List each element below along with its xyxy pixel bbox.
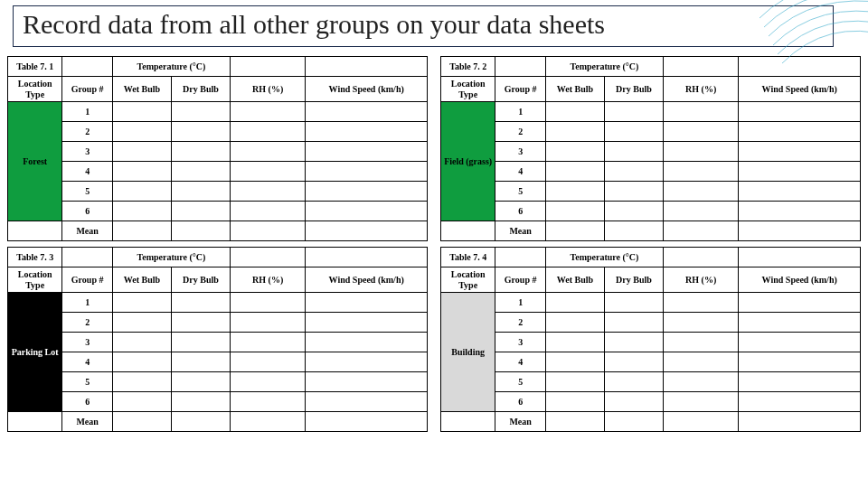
data-cell: [112, 122, 171, 142]
blank-cell: [441, 221, 495, 241]
temp-header: Temperature (°C): [112, 248, 230, 267]
data-cell: [230, 122, 306, 142]
table-label: Table 7. 1: [8, 57, 62, 77]
col-dry: Dry Bulb: [604, 267, 663, 293]
group-cell: 4: [62, 162, 113, 182]
blank-header: [663, 248, 739, 267]
data-cell: [112, 352, 171, 372]
data-cell: [739, 182, 861, 202]
data-cell: [112, 221, 171, 241]
blank-cell: [441, 412, 495, 432]
temp-header: Temperature (°C): [112, 57, 230, 77]
col-group: Group #: [62, 267, 113, 293]
col-wet: Wet Bulb: [112, 267, 171, 293]
data-cell: [171, 333, 230, 352]
data-cell: [739, 392, 861, 412]
data-cell: [171, 162, 230, 182]
data-cell: [112, 412, 171, 432]
mean-label: Mean: [62, 412, 113, 432]
group-cell: 2: [62, 122, 113, 142]
data-cell: [663, 372, 739, 392]
data-cell: [171, 182, 230, 202]
data-cell: [230, 313, 306, 333]
location-cell: Forest: [8, 102, 62, 221]
group-cell: 3: [62, 142, 113, 162]
data-cell: [171, 392, 230, 412]
data-cell: [604, 221, 663, 241]
data-cell: [545, 102, 604, 122]
blank-header: [62, 57, 113, 77]
data-cell: [306, 313, 428, 333]
col-wind: Wind Speed (km/h): [739, 77, 861, 102]
group-cell: 5: [62, 372, 113, 392]
col-wind: Wind Speed (km/h): [306, 267, 428, 293]
group-cell: 4: [495, 162, 546, 182]
data-cell: [306, 142, 428, 162]
group-cell: 6: [62, 202, 113, 221]
data-cell: [604, 142, 663, 162]
data-cell: [171, 221, 230, 241]
blank-header: [495, 248, 546, 267]
data-cell: [171, 202, 230, 221]
data-cell: [604, 293, 663, 313]
group-cell: 1: [62, 102, 113, 122]
col-location: Location Type: [8, 77, 62, 102]
group-cell: 4: [495, 352, 546, 372]
group-cell: 1: [62, 293, 113, 313]
group-cell: 5: [62, 182, 113, 202]
data-cell: [112, 392, 171, 412]
data-cell: [739, 412, 861, 432]
data-cell: [545, 352, 604, 372]
data-cell: [663, 352, 739, 372]
data-cell: [739, 333, 861, 352]
data-cell: [739, 372, 861, 392]
location-cell: Parking Lot: [8, 293, 62, 412]
data-cell: [604, 202, 663, 221]
data-cell: [604, 392, 663, 412]
data-cell: [171, 142, 230, 162]
data-cell: [306, 352, 428, 372]
data-cell: [663, 122, 739, 142]
data-cell: [230, 372, 306, 392]
data-cell: [306, 392, 428, 412]
group-cell: 3: [62, 333, 113, 352]
data-cell: [739, 162, 861, 182]
data-cell: [545, 412, 604, 432]
data-cell: [230, 182, 306, 202]
table-7-2: Table 7. 2 Temperature (°C) Location Typ…: [440, 56, 861, 241]
data-cell: [739, 142, 861, 162]
col-dry: Dry Bulb: [171, 77, 230, 102]
data-cell: [545, 221, 604, 241]
group-cell: 3: [495, 333, 546, 352]
data-cell: [230, 162, 306, 182]
blank-header: [739, 57, 861, 77]
data-cell: [545, 392, 604, 412]
data-cell: [112, 182, 171, 202]
group-cell: 5: [495, 182, 546, 202]
data-cell: [306, 333, 428, 352]
data-cell: [306, 102, 428, 122]
col-wind: Wind Speed (km/h): [306, 77, 428, 102]
group-cell: 1: [495, 293, 546, 313]
table-7-3: Table 7. 3 Temperature (°C) Location Typ…: [7, 247, 428, 432]
location-cell: Field (grass): [441, 102, 495, 221]
blank-header: [62, 248, 113, 267]
data-cell: [604, 333, 663, 352]
data-cell: [663, 412, 739, 432]
data-cell: [663, 102, 739, 122]
mean-label: Mean: [495, 221, 546, 241]
group-cell: 6: [495, 202, 546, 221]
col-location: Location Type: [441, 267, 495, 293]
data-cell: [112, 202, 171, 221]
data-cell: [545, 313, 604, 333]
data-cell: [112, 293, 171, 313]
col-rh: RH (%): [230, 77, 306, 102]
table-label: Table 7. 2: [441, 57, 495, 77]
data-cell: [306, 182, 428, 202]
data-cell: [230, 333, 306, 352]
blank-cell: [8, 412, 62, 432]
blank-header: [495, 57, 546, 77]
data-cell: [663, 202, 739, 221]
col-dry: Dry Bulb: [171, 267, 230, 293]
data-cell: [112, 102, 171, 122]
